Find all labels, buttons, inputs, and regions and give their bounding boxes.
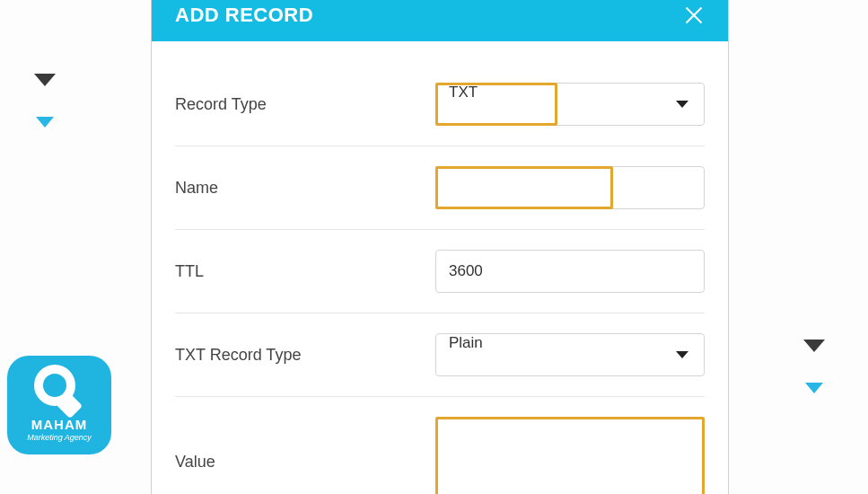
txt-record-type-select[interactable]: Plain (435, 333, 705, 376)
row-value: Value (175, 417, 705, 494)
txt-record-type-label: TXT Record Type (175, 346, 435, 365)
row-record-type: Record Type TXT (175, 83, 705, 146)
modal-title: ADD RECORD (175, 4, 313, 27)
triangle-blue-icon (805, 383, 823, 393)
modal-body: Record Type TXT Name TTL TXT Recor (152, 41, 728, 494)
value-label: Value (175, 417, 435, 472)
ttl-label: TTL (175, 262, 435, 281)
modal-header: ADD RECORD (152, 0, 728, 41)
row-txt-record-type: TXT Record Type Plain (175, 333, 705, 397)
logo-tagline: Marketing Agency (7, 433, 111, 442)
txt-record-type-value: Plain (449, 334, 483, 351)
triangle-dark-icon (803, 340, 825, 352)
ttl-input[interactable] (435, 250, 705, 293)
close-icon[interactable] (683, 4, 705, 26)
triangle-dark-icon (34, 74, 56, 86)
value-textarea[interactable] (435, 417, 705, 494)
add-record-modal: ADD RECORD Record Type TXT Name TTL (151, 0, 729, 494)
name-label: Name (175, 179, 435, 198)
record-type-label: Record Type (175, 95, 435, 114)
record-type-select[interactable]: TXT (435, 83, 705, 126)
brand-logo: MAHAM Marketing Agency (7, 356, 111, 454)
name-input[interactable] (435, 166, 705, 209)
row-ttl: TTL (175, 250, 705, 313)
record-type-value: TXT (449, 84, 478, 101)
triangle-blue-icon (36, 117, 54, 128)
logo-name: MAHAM (7, 417, 111, 432)
row-name: Name (175, 166, 705, 230)
